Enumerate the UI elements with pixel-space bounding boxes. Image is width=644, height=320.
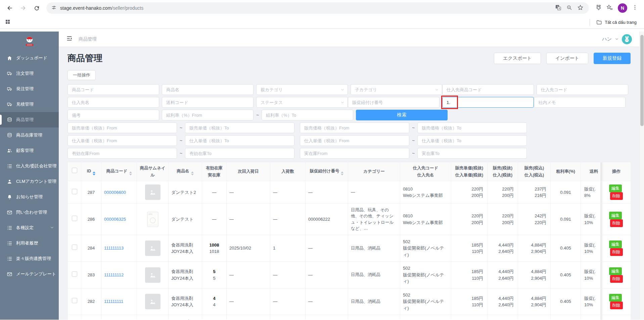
filter-product-name[interactable] (162, 84, 254, 95)
sidebar-item-label: メールテンプレート (16, 271, 56, 277)
scrollbar-thumb[interactable] (640, 35, 644, 126)
edit-button[interactable]: 編集 (609, 241, 622, 248)
search-button[interactable]: 検索 (356, 110, 448, 120)
back-icon[interactable] (4, 2, 15, 14)
sidebar-item-quotes[interactable]: 見積管理 (0, 97, 59, 112)
delete-button[interactable]: 削除 (610, 275, 623, 283)
filter-status-select[interactable] (256, 97, 348, 108)
filter-purchase-price-from[interactable] (67, 135, 177, 146)
filter-supplier-product-code[interactable] (442, 84, 534, 95)
export-button[interactable]: エクスポート (494, 53, 541, 64)
filter-remarks[interactable] (67, 110, 159, 120)
zoom-icon[interactable] (566, 4, 572, 12)
filter-real-stock-from[interactable] (300, 148, 409, 159)
select-all-checkbox[interactable] (72, 168, 77, 173)
delete-button[interactable]: 削除 (610, 248, 623, 256)
sidebar-item-customers[interactable]: 顧客管理 (0, 143, 59, 158)
page-scrollbar[interactable] (639, 32, 644, 320)
col-id[interactable]: ID (81, 162, 101, 181)
filter-shipping-code[interactable] (162, 97, 254, 108)
product-code-link[interactable]: 000006600 (104, 190, 126, 195)
sidebar-item-user-history[interactable]: 利用者履歴 (0, 235, 59, 251)
forward-icon[interactable] (17, 2, 29, 14)
filter-purchase-price-from-2[interactable] (300, 135, 409, 146)
sidebar-item-rakuraku-sales[interactable]: 楽々販売連携管理 (0, 251, 59, 266)
sidebar-item-inquiries[interactable]: 問い合わせ管理 (0, 205, 59, 220)
filter-promo-number[interactable] (348, 97, 440, 108)
filter-internal-memo[interactable] (534, 97, 626, 108)
import-button[interactable]: インポート (546, 53, 588, 64)
box-icon (7, 117, 12, 123)
filter-unit-price-from[interactable] (67, 122, 177, 133)
filter-supplier-name[interactable] (67, 97, 159, 108)
filter-real-stock-to[interactable] (417, 148, 527, 159)
filter-parent-category-select[interactable] (256, 84, 348, 95)
filter-product-code[interactable] (67, 84, 159, 95)
edit-button[interactable]: 編集 (609, 267, 622, 275)
edit-button[interactable]: 編集 (609, 184, 622, 192)
filter-valid-stock-from[interactable] (67, 148, 177, 159)
browser-profile-avatar[interactable]: N (618, 3, 627, 13)
row-checkbox[interactable] (72, 245, 77, 250)
delete-button[interactable]: 削除 (610, 302, 623, 309)
sort-icon[interactable] (129, 171, 132, 175)
site-settings-icon[interactable] (51, 5, 57, 12)
sidebar-item-notices[interactable]: お知らせ管理 (0, 189, 59, 205)
sidebar-item-suppliers[interactable]: 仕入先/委託会社管理 (0, 158, 59, 174)
sidebar-item-dashboard[interactable]: ダッシュボード (0, 50, 59, 66)
filter-margin-to[interactable] (262, 110, 353, 120)
filter-unit-price-to[interactable] (185, 122, 294, 133)
user-avatar[interactable] (622, 34, 632, 44)
all-bookmarks-folder[interactable]: Tất cả dấu trang (593, 18, 639, 27)
sidebar-item-mail-templates[interactable]: メールテンプレート (0, 266, 59, 282)
sidebar-item-orders[interactable]: 注文管理 (0, 66, 59, 81)
translate-icon[interactable]: 文A (555, 4, 561, 12)
col-product-name[interactable]: 商品名 (169, 162, 202, 181)
filter-purchase-price-to-2[interactable] (417, 135, 527, 146)
row-checkbox[interactable] (72, 271, 77, 277)
product-code-link[interactable]: 111111113 (104, 246, 124, 251)
app-logo[interactable] (0, 32, 59, 50)
menu-kebab-icon[interactable] (632, 4, 638, 12)
filter-supplier-code[interactable] (537, 84, 628, 95)
filter-focused-input[interactable] (442, 97, 534, 108)
reload-icon[interactable] (31, 2, 42, 14)
bookmarks-list-icon[interactable] (606, 4, 613, 12)
col-product-code[interactable]: 商品コード (101, 162, 137, 181)
select-all-header[interactable] (68, 162, 81, 181)
filter-sale-price-from[interactable] (300, 122, 409, 133)
sort-icon[interactable] (93, 171, 95, 175)
user-menu[interactable]: ハン (602, 36, 612, 42)
sidebar-item-products[interactable]: 商品管理 (0, 112, 59, 127)
sidebar-item-purchase-orders[interactable]: 発注管理 (0, 81, 59, 97)
filter-child-category-select[interactable] (351, 84, 442, 95)
filter-valid-stock-to[interactable] (185, 148, 294, 159)
bulk-actions-button[interactable]: 一括操作 (67, 70, 96, 80)
row-checkbox[interactable] (72, 189, 77, 194)
filter-purchase-price-to[interactable] (185, 135, 294, 146)
bookmark-star-icon[interactable] (577, 4, 584, 12)
edit-button[interactable]: 編集 (609, 212, 622, 219)
row-checkbox[interactable] (72, 216, 77, 221)
product-code-link[interactable]: 111111112 (104, 272, 124, 277)
delete-button[interactable]: 削除 (610, 192, 623, 200)
extensions-puzzle-icon[interactable] (595, 4, 602, 12)
chevron-down-icon[interactable] (615, 36, 619, 42)
product-code-link[interactable]: 000006325 (104, 217, 126, 222)
sort-icon[interactable] (191, 171, 194, 175)
sidebar-item-settings[interactable]: 各種設定 (0, 220, 59, 235)
delete-button[interactable]: 削除 (610, 219, 623, 227)
sidebar-item-clm-accounts[interactable]: CLMアカウント管理 (0, 174, 59, 189)
product-code-link[interactable]: 111111111 (104, 299, 123, 304)
address-bar[interactable]: stage.event-hanako.com/seller/products 文… (46, 2, 589, 14)
sidebar-item-product-stock[interactable]: 商品在庫管理 (0, 127, 59, 143)
edit-button[interactable]: 編集 (609, 294, 622, 302)
menu-fold-icon[interactable] (66, 35, 73, 43)
col-promo-number[interactable]: 販促紐付け番号 (306, 162, 348, 181)
row-checkbox[interactable] (72, 298, 77, 303)
create-button[interactable]: 新規登録 (594, 53, 631, 64)
filter-margin-from[interactable] (162, 110, 254, 120)
filter-sale-price-to[interactable] (417, 122, 527, 133)
apps-grid-icon[interactable] (5, 19, 11, 26)
sort-icon[interactable] (341, 171, 343, 175)
